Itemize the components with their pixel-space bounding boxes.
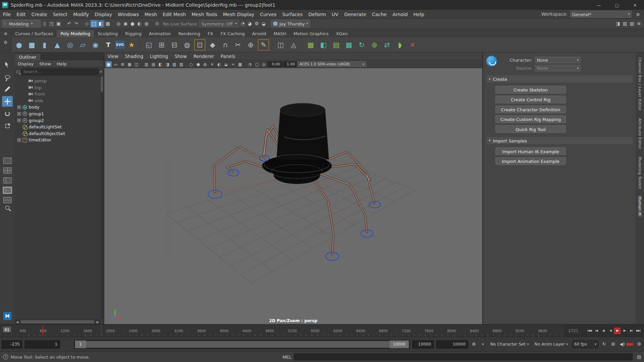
source-dropdown[interactable]: None bbox=[535, 65, 581, 71]
workspace-menu-icon[interactable]: ≡ bbox=[634, 11, 642, 17]
outliner-horizontal-scrollbar[interactable]: ◀ ▶ bbox=[15, 319, 100, 324]
workspace-dropdown[interactable]: General* bbox=[570, 11, 632, 18]
auto-key-icon[interactable] bbox=[628, 343, 633, 345]
lights-icon[interactable]: ☀ bbox=[209, 61, 215, 67]
range-slider-track[interactable]: 1 10000 bbox=[74, 340, 410, 349]
scale-tool-icon[interactable] bbox=[2, 121, 13, 131]
blend-shape-icon[interactable]: ⇄ bbox=[381, 39, 393, 51]
poly-cylinder-icon[interactable]: ▮ bbox=[39, 39, 51, 51]
poly-text-icon[interactable]: T bbox=[102, 39, 114, 51]
svg-tool-icon[interactable]: SVG bbox=[115, 41, 125, 49]
select-hierarchy-icon[interactable]: ◇ bbox=[84, 20, 91, 27]
go-to-start-button[interactable]: |◀◀ bbox=[586, 327, 593, 334]
shelf-tab[interactable]: FX bbox=[204, 30, 217, 37]
shelf-menu-icon[interactable]: ≡ bbox=[4, 31, 7, 37]
menu-item[interactable]: Deform bbox=[306, 10, 329, 19]
shaded-icon[interactable]: ● bbox=[195, 61, 201, 67]
mirror-icon[interactable]: ◫ bbox=[275, 39, 287, 51]
viewport-menu-item[interactable]: Shading bbox=[122, 54, 147, 59]
sidebar-toggle-icon[interactable]: ◨ bbox=[614, 20, 622, 27]
menu-item[interactable]: Curves bbox=[257, 10, 279, 19]
separator[interactable] bbox=[113, 20, 113, 27]
outliner-tab[interactable]: Outliner bbox=[15, 54, 40, 60]
range-options-icon[interactable]: ▾ bbox=[480, 341, 486, 348]
expand-toggle-icon[interactable]: + bbox=[17, 112, 21, 116]
outliner-persp-layout-icon[interactable] bbox=[3, 187, 11, 193]
sidebar-tab[interactable]: Channel Box / Layer Editor bbox=[638, 56, 642, 113]
boolean-icon[interactable]: ◱ bbox=[143, 39, 155, 51]
outliner-row[interactable]: defaultObjectSet bbox=[15, 130, 103, 137]
separator[interactable] bbox=[186, 61, 186, 67]
symmetry-dropdown[interactable]: Symmetry: Off bbox=[199, 20, 239, 27]
outliner-row[interactable]: + body bbox=[15, 104, 103, 111]
image-plane-icon[interactable]: ◫ bbox=[133, 61, 140, 67]
cluster-icon[interactable]: ⊚ bbox=[368, 39, 380, 51]
poly-cube-icon[interactable]: ■ bbox=[26, 39, 38, 51]
shelf-options-icon[interactable]: ⚙ bbox=[3, 40, 7, 45]
shelf-tab[interactable]: Curves / Surfaces bbox=[11, 30, 57, 37]
menu-item[interactable]: Display bbox=[92, 10, 115, 19]
snap-to-grid-icon[interactable]: ◎ bbox=[115, 20, 122, 27]
mel-toggle[interactable]: MEL bbox=[282, 354, 291, 359]
platonic-solid-icon[interactable]: ★ bbox=[126, 39, 138, 51]
menu-item[interactable]: Mesh Display bbox=[220, 10, 257, 19]
smooth-icon[interactable]: ◍ bbox=[181, 39, 193, 51]
loop-playback-icon[interactable]: ↻ bbox=[601, 341, 607, 348]
outliner-vertical-scrollbar[interactable] bbox=[100, 76, 104, 318]
viewport-menu-item[interactable]: Show bbox=[171, 54, 190, 59]
bevel-icon[interactable]: ◆ bbox=[207, 39, 219, 51]
exposure-icon[interactable]: ◎ bbox=[261, 61, 267, 67]
gamma-field[interactable]: 1.00 bbox=[282, 61, 297, 67]
shelf-tab[interactable]: Poly Modeling bbox=[57, 30, 94, 37]
separator[interactable] bbox=[81, 20, 82, 27]
menu-item[interactable]: Windows bbox=[115, 10, 142, 19]
minimize-button[interactable]: — bbox=[590, 0, 608, 10]
menu-item[interactable]: Edit Mesh bbox=[160, 10, 189, 19]
select-object-mode-icon[interactable]: ▢ bbox=[90, 20, 97, 27]
redo-icon[interactable]: ↷ bbox=[73, 20, 80, 27]
viewport-select-icon[interactable]: ▣ bbox=[106, 61, 112, 67]
save-scene-icon[interactable]: ▣ bbox=[55, 20, 62, 27]
shelf-tab[interactable]: Animation bbox=[145, 30, 175, 37]
separator[interactable] bbox=[141, 61, 142, 67]
maximize-button[interactable]: ▢ bbox=[608, 0, 626, 10]
menu-item[interactable]: Cache bbox=[369, 10, 389, 19]
shelf-tab[interactable]: Motion Graphics bbox=[290, 30, 332, 37]
separator[interactable] bbox=[269, 20, 269, 27]
snap-to-view-icon[interactable]: ◍ bbox=[143, 20, 150, 27]
step-forward-frame-button[interactable]: |▶ bbox=[621, 327, 628, 334]
exposure-field[interactable]: 0.00 bbox=[268, 61, 282, 67]
humanik-button[interactable]: Create Character Definition bbox=[495, 106, 566, 113]
shelf-tab[interactable]: Arnold bbox=[249, 30, 270, 37]
menu-item[interactable]: Edit bbox=[14, 10, 29, 19]
selection-mask-icon[interactable]: ▦ bbox=[104, 20, 111, 27]
menu-item[interactable]: Arnold bbox=[389, 10, 411, 19]
character-dropdown[interactable]: None bbox=[535, 57, 581, 63]
go-to-end-button[interactable]: ▶▶| bbox=[635, 327, 642, 334]
anim-layer-dropdown[interactable]: No Anim Layer bbox=[533, 340, 570, 348]
search-input[interactable] bbox=[21, 68, 99, 75]
rotate-tool-icon[interactable] bbox=[2, 108, 13, 119]
menu-item[interactable]: File bbox=[0, 10, 14, 19]
select-tool-icon[interactable] bbox=[2, 59, 13, 70]
outliner-row[interactable]: + group1 bbox=[15, 110, 103, 117]
outliner-row[interactable]: top bbox=[15, 84, 103, 91]
outliner-row[interactable]: side bbox=[15, 97, 103, 104]
snap-keys-icon[interactable]: ⊞ bbox=[610, 341, 616, 348]
wireframe-icon[interactable]: ○ bbox=[188, 61, 194, 67]
shelf-tab[interactable]: Rendering bbox=[175, 30, 204, 37]
shadows-icon[interactable]: ◐ bbox=[216, 61, 222, 67]
safe-title-icon[interactable]: ▨ bbox=[178, 61, 184, 67]
tool-settings-toggle-icon[interactable]: ≡ bbox=[635, 20, 642, 27]
step-forward-key-button[interactable]: ▶| bbox=[628, 327, 635, 334]
poly-cone-icon[interactable]: ▲ bbox=[51, 39, 63, 51]
step-back-frame-button[interactable]: ◀| bbox=[600, 327, 607, 334]
menu-item[interactable]: UV bbox=[329, 10, 341, 19]
expand-toggle-icon[interactable]: + bbox=[17, 138, 21, 142]
shelf-tab[interactable]: Sculpting bbox=[94, 30, 121, 37]
viewport-menu-item[interactable]: Lighting bbox=[147, 54, 171, 59]
multisample-icon[interactable]: ▩ bbox=[237, 61, 243, 67]
playback-end-field[interactable]: 10000 bbox=[412, 340, 434, 348]
menu-item[interactable]: Generate bbox=[341, 10, 369, 19]
sidebar-tab[interactable]: Modeling Toolkit bbox=[638, 155, 642, 191]
